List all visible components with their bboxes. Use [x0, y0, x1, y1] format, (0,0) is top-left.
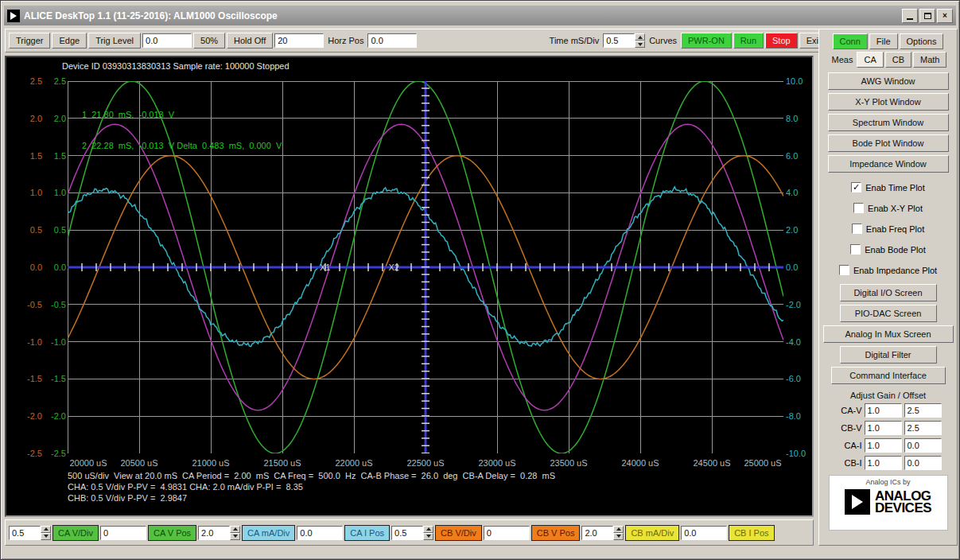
tab-ca[interactable]: CA: [857, 52, 883, 68]
axis-tick-label: -10.0: [786, 448, 814, 459]
run-button[interactable]: Run: [733, 33, 764, 49]
checkbox-enab-impedance-plot[interactable]: Enab Impedance Plot: [819, 262, 957, 278]
stop-button[interactable]: Stop: [765, 33, 798, 49]
cb-v-gain-input[interactable]: [865, 421, 902, 435]
cb-vdiv-input[interactable]: [391, 526, 423, 540]
tab-conn[interactable]: Conn: [833, 33, 868, 49]
axis-tick-label: 0.5: [21, 224, 42, 235]
axis-tick-label: 23000 uS: [474, 457, 520, 469]
cb-madiv-button[interactable]: CB mA/Div: [625, 525, 679, 541]
xy-plot-window-button[interactable]: X-Y Plot Window: [828, 93, 949, 111]
digital-io-screen-button[interactable]: Digital I/O Screen: [840, 284, 937, 301]
gain-row-ca-v: CA-V: [819, 403, 957, 418]
gain-row-label: CA-I: [835, 441, 862, 450]
spin-up-icon[interactable]: [230, 526, 240, 533]
close-button[interactable]: ×: [937, 9, 953, 23]
cb-vpos-input[interactable]: [484, 526, 530, 540]
spin-down-icon[interactable]: [613, 533, 624, 540]
checkbox-icon[interactable]: [839, 265, 849, 275]
svg-text:X2: X2: [388, 262, 398, 272]
checkbox-label: Enab Freq Plot: [866, 224, 924, 234]
axis-tick-label: 2.0: [786, 224, 814, 235]
axis-tick-label: -1.0: [21, 336, 42, 348]
maximize-button[interactable]: [919, 9, 935, 23]
command-interface-button[interactable]: Command Interface: [831, 367, 946, 384]
tab-cb[interactable]: CB: [885, 52, 911, 68]
checkbox-enab-bode-plot[interactable]: Enab Bode Plot: [819, 241, 957, 258]
trig-level-input[interactable]: [142, 33, 192, 48]
checkbox-icon[interactable]: [850, 244, 861, 255]
trig-level-button[interactable]: Trig Level: [88, 33, 141, 49]
hold-off-input[interactable]: [274, 33, 324, 48]
cb-v-offset-input[interactable]: [904, 421, 942, 435]
cb-madiv-input[interactable]: [581, 526, 613, 540]
trigger-button[interactable]: Trigger: [9, 33, 50, 49]
bottom-toolbar: CA V/Div CA V Pos CA mA/Div CA I Pos CB …: [5, 519, 814, 546]
tab-file[interactable]: File: [869, 33, 898, 49]
ca-ipos-button[interactable]: CA I Pos: [344, 525, 390, 541]
hold-off-button[interactable]: Hold Off: [227, 33, 273, 49]
impedance-window-button[interactable]: Impedance Window: [828, 155, 949, 173]
edge-button[interactable]: Edge: [52, 33, 87, 49]
tab-options[interactable]: Options: [900, 33, 944, 49]
cursor-readout-line2: 2 22.28 mS, -0.013 V Delta 0.483 mS, 0.0…: [82, 141, 282, 151]
cb-ipos-input[interactable]: [681, 526, 727, 540]
checkbox-icon[interactable]: [852, 224, 862, 234]
cb-i-gain-input[interactable]: [865, 456, 902, 470]
tab-math[interactable]: Math: [913, 52, 946, 68]
fifty-percent-button[interactable]: 50%: [193, 33, 225, 49]
ca-vpos-input[interactable]: [100, 526, 146, 540]
spin-up-icon[interactable]: [423, 526, 433, 533]
ca-madiv-input[interactable]: [198, 526, 230, 540]
ca-vdiv-button[interactable]: CA V/Div: [52, 525, 99, 541]
analog-in-mux-screen-button[interactable]: Analog In Mux Screen: [823, 325, 954, 343]
ca-vdiv-spinner[interactable]: [9, 526, 51, 540]
spin-down-icon[interactable]: [41, 533, 51, 540]
checkbox-enab-time-plot[interactable]: Enab Time Plot: [819, 179, 957, 196]
ca-v-gain-input[interactable]: [865, 403, 902, 418]
axis-tick-label: 1.0: [45, 187, 66, 198]
minimize-button[interactable]: [902, 9, 918, 23]
axis-tick-label: 22500 uS: [402, 457, 449, 469]
ca-ipos-input[interactable]: [297, 526, 343, 540]
cb-i-offset-input[interactable]: [904, 456, 942, 470]
awg-window-button[interactable]: AWG Window: [828, 72, 949, 90]
cb-vdiv-spinner[interactable]: [391, 526, 433, 540]
axis-tick-label: -2.0: [45, 410, 66, 422]
horz-pos-input[interactable]: [367, 33, 417, 48]
checkbox-icon[interactable]: [853, 203, 864, 213]
bode-plot-window-button[interactable]: Bode Plot Window: [828, 134, 949, 152]
cb-madiv-spinner[interactable]: [581, 526, 624, 540]
spin-up-icon[interactable]: [613, 526, 624, 533]
pio-dac-screen-button[interactable]: PIO-DAC Screen: [840, 305, 937, 322]
app-window: ALICE DeskTop 1.1 (11-25-2016): ALM1000 …: [0, 0, 960, 560]
spin-up-icon[interactable]: [635, 33, 645, 41]
spin-down-icon[interactable]: [635, 41, 645, 48]
checkbox-enab-xy-plot[interactable]: Enab X-Y Plot: [819, 200, 957, 216]
spin-down-icon[interactable]: [230, 533, 240, 540]
spin-up-icon[interactable]: [41, 526, 51, 533]
cb-vpos-button[interactable]: CB V Pos: [531, 525, 581, 541]
checkbox-icon[interactable]: [851, 182, 861, 192]
time-div-spinner[interactable]: [603, 33, 645, 48]
time-div-input[interactable]: [603, 33, 635, 48]
digital-filter-button[interactable]: Digital Filter: [840, 346, 937, 364]
tab-meas[interactable]: Meas: [830, 52, 856, 68]
spectrum-window-button[interactable]: Spectrum Window: [828, 114, 949, 131]
ca-i-gain-input[interactable]: [865, 438, 902, 453]
ca-vdiv-input[interactable]: [9, 526, 41, 540]
logo-tagline: Analog ICs by: [865, 478, 910, 486]
ca-v-offset-input[interactable]: [904, 403, 942, 418]
checkbox-enab-freq-plot[interactable]: Enab Freq Plot: [819, 220, 957, 237]
checkbox-label: Enab X-Y Plot: [868, 204, 923, 213]
ca-vpos-button[interactable]: CA V Pos: [148, 525, 196, 541]
cb-ipos-button[interactable]: CB I Pos: [729, 525, 774, 541]
ca-madiv-spinner[interactable]: [198, 526, 240, 540]
spin-down-icon[interactable]: [423, 533, 433, 540]
ca-i-offset-input[interactable]: [904, 438, 942, 453]
ca-madiv-button[interactable]: CA mA/Div: [242, 525, 295, 541]
pwr-on-button[interactable]: PWR-ON: [681, 33, 732, 49]
analog-devices-logo: Analog ICs by ANALOG DEVICES: [829, 475, 948, 531]
cb-vdiv-button[interactable]: CB V/Div: [435, 525, 482, 541]
cursor-readout-line1: 1 21.80 mS, -0.013 V: [82, 110, 282, 120]
